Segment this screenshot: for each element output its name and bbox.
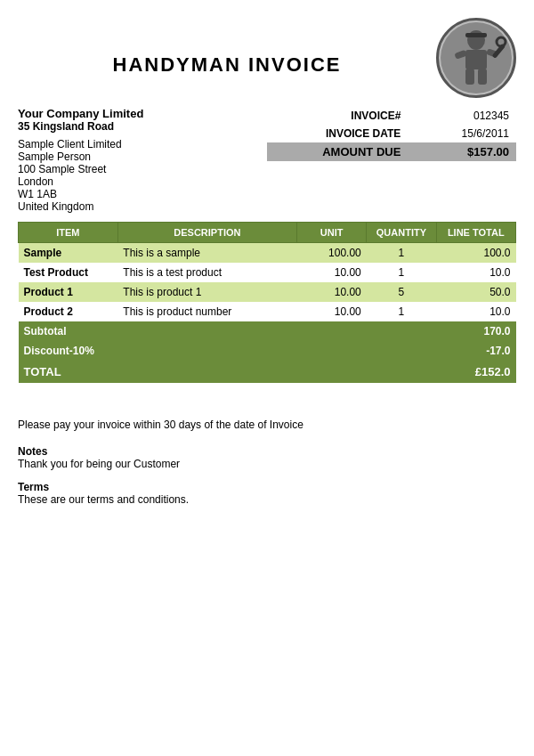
client-person: Sample Person — [18, 150, 267, 163]
cell-item: Sample — [19, 243, 118, 264]
total-row: TOTAL £152.0 — [19, 361, 516, 383]
cell-qty: 1 — [367, 243, 436, 264]
svg-rect-3 — [465, 50, 487, 69]
cell-total: 100.0 — [436, 243, 515, 264]
address-invoice-section: Your Company Limited 35 Kingsland Road S… — [18, 107, 516, 213]
footer-terms: Terms These are our terms and conditions… — [18, 481, 516, 506]
footer-terms-title: Terms — [18, 481, 516, 493]
client-address1: 100 Sample Street — [18, 163, 267, 175]
cell-desc: This is a sample — [117, 243, 296, 264]
total-value: £152.0 — [436, 361, 515, 383]
cell-total: 10.0 — [436, 263, 515, 282]
svg-rect-2 — [465, 33, 487, 37]
table-row: Sample This is a sample 100.00 1 100.0 — [19, 243, 516, 264]
invoice-title: HANDYMAN INVOICE — [18, 53, 436, 77]
invoice-amount-row: AMOUNT DUE $157.00 — [267, 142, 516, 161]
invoice-amount-label: AMOUNT DUE — [267, 142, 408, 161]
cell-qty: 5 — [367, 282, 436, 302]
discount-value: -17.0 — [436, 341, 515, 361]
invoice-amount-value: $157.00 — [408, 142, 516, 161]
invoice-date-label: INVOICE DATE — [267, 125, 408, 142]
page: HANDYMAN INVOICE — [0, 0, 534, 756]
table-row: Product 1 This is product 1 10.00 5 50.0 — [19, 282, 516, 302]
company-name: Your Company Limited — [18, 107, 267, 120]
cell-unit: 10.00 — [297, 302, 367, 321]
cell-qty: 1 — [367, 263, 436, 282]
invoice-date-row: INVOICE DATE 15/6/2011 — [267, 125, 516, 142]
col-header-desc: DESCRIPTION — [117, 223, 296, 243]
footer-notes: Notes Thank you for being our Customer — [18, 445, 516, 470]
handyman-icon — [439, 20, 514, 95]
items-table: ITEM DESCRIPTION UNIT QUANTITY LINE TOTA… — [18, 222, 516, 383]
cell-unit: 10.00 — [297, 263, 367, 282]
cell-total: 10.0 — [436, 302, 515, 321]
invoice-number-value: 012345 — [408, 107, 516, 125]
invoice-number-label: INVOICE# — [267, 107, 408, 125]
cell-total: 50.0 — [436, 282, 515, 302]
cell-unit: 100.00 — [297, 243, 367, 264]
footer-terms-text: These are our terms and conditions. — [18, 493, 516, 506]
invoice-details-table: INVOICE# 012345 INVOICE DATE 15/6/2011 A… — [267, 107, 516, 161]
company-address: Your Company Limited 35 Kingsland Road S… — [18, 107, 267, 213]
discount-label: Discount-10% — [19, 341, 437, 361]
footer-notes-title: Notes — [18, 445, 516, 458]
client-info: Sample Client Limited Sample Person 100 … — [18, 138, 267, 213]
svg-rect-9 — [478, 69, 487, 85]
cell-item: Test Product — [19, 263, 118, 282]
col-header-qty: QUANTITY — [367, 223, 436, 243]
client-company: Sample Client Limited — [18, 138, 267, 150]
discount-row: Discount-10% -17.0 — [19, 341, 516, 361]
cell-item: Product 2 — [19, 302, 118, 321]
cell-desc: This is a test product — [117, 263, 296, 282]
total-label: TOTAL — [19, 361, 437, 383]
invoice-date-value: 15/6/2011 — [408, 125, 516, 142]
logo — [436, 18, 516, 98]
invoice-details: INVOICE# 012345 INVOICE DATE 15/6/2011 A… — [267, 107, 516, 213]
table-header-row: ITEM DESCRIPTION UNIT QUANTITY LINE TOTA… — [19, 223, 516, 243]
footer-payment: Please pay your invoice within 30 days o… — [18, 419, 516, 431]
subtotal-value: 170.0 — [436, 321, 515, 341]
header-section: HANDYMAN INVOICE — [18, 18, 516, 98]
cell-item: Product 1 — [19, 282, 118, 302]
subtotal-label: Subtotal — [19, 321, 437, 341]
svg-rect-8 — [465, 69, 474, 85]
cell-unit: 10.00 — [297, 282, 367, 302]
client-address4: United Kingdom — [18, 200, 267, 213]
client-address2: London — [18, 175, 267, 188]
subtotal-row: Subtotal 170.0 — [19, 321, 516, 341]
cell-qty: 1 — [367, 302, 436, 321]
table-row: Product 2 This is product number 10.00 1… — [19, 302, 516, 321]
company-street: 35 Kingsland Road — [18, 120, 267, 133]
footer-notes-text: Thank you for being our Customer — [18, 458, 516, 470]
client-address3: W1 1AB — [18, 188, 267, 200]
col-header-unit: UNIT — [297, 223, 367, 243]
col-header-item: ITEM — [19, 223, 118, 243]
invoice-number-row: INVOICE# 012345 — [267, 107, 516, 125]
table-row: Test Product This is a test product 10.0… — [19, 263, 516, 282]
col-header-total: LINE TOTAL — [436, 223, 515, 243]
footer-section: Please pay your invoice within 30 days o… — [18, 419, 516, 506]
cell-desc: This is product 1 — [117, 282, 296, 302]
cell-desc: This is product number — [117, 302, 296, 321]
